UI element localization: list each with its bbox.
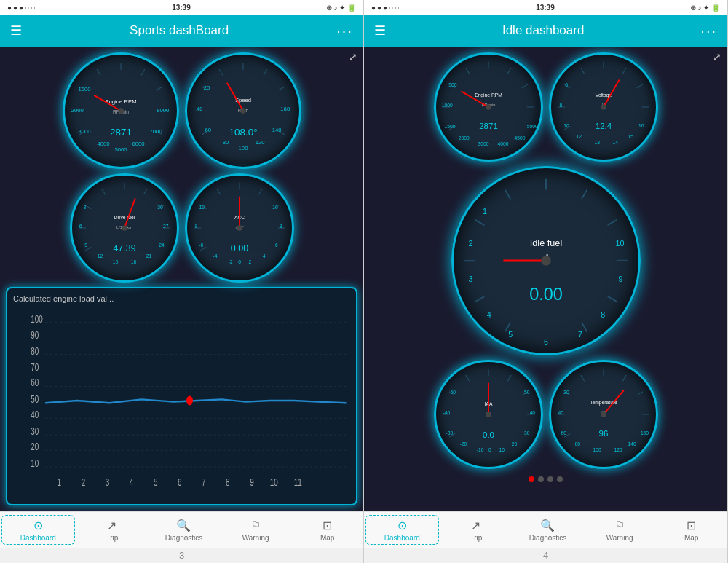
dashboard-icon-left: ⊙	[33, 519, 43, 532]
svg-text:7: 7	[577, 331, 582, 339]
svg-line-171	[581, 190, 586, 200]
svg-text:8: 8	[279, 224, 282, 229]
svg-text:6: 6	[79, 224, 82, 229]
svg-line-49	[143, 189, 147, 194]
svg-text:20: 20	[511, 441, 517, 446]
svg-text:6: 6	[544, 337, 548, 346]
svg-line-3	[97, 69, 100, 75]
svg-point-89	[237, 225, 242, 231]
svg-text:30: 30	[523, 430, 529, 436]
svg-text:6000: 6000	[132, 141, 144, 147]
idle-bottom-row: -50 -40 -30 -20 -10 0 10 20 30 40 50 IAA…	[370, 360, 721, 469]
svg-text:10: 10	[272, 205, 278, 210]
more-button-left[interactable]: ···	[336, 23, 353, 39]
tab-map-label-right: Map	[684, 534, 698, 542]
svg-text:-6: -6	[199, 243, 203, 248]
idle-fuel-gauge: 1 2 3 4 5 6 7 8 9 10 Idle fuel L/h	[451, 166, 641, 355]
status-bar-right: ●●●○○ 13:39 ⊕ ♪ ✦ 🔋	[364, 0, 727, 15]
svg-text:8000: 8000	[157, 107, 169, 114]
top-gauges-row: 1000 2000 3000 4000 5000 6000 7000 8000 …	[6, 52, 357, 169]
svg-text:9: 9	[618, 275, 622, 283]
svg-text:500: 500	[448, 82, 456, 87]
svg-line-44	[84, 247, 90, 251]
tab-map-right[interactable]: ⊡ Map	[655, 512, 727, 548]
page-dots-indicator	[370, 473, 721, 485]
svg-point-65	[122, 225, 127, 231]
svg-text:40: 40	[31, 409, 39, 421]
page-number-right: 4	[364, 548, 727, 563]
diagnostics-icon-right: 🔍	[540, 519, 555, 532]
svg-text:-10: -10	[197, 205, 205, 210]
tab-trip-left[interactable]: ↗ Trip	[76, 512, 149, 548]
svg-text:-20: -20	[459, 441, 467, 446]
svg-text:100: 100	[31, 313, 43, 325]
left-phone: ●●●○○ 13:39 ⊕ ♪ ✦ 🔋 ☰ Sports dashBoard ·…	[0, 0, 364, 563]
tab-dashboard-left[interactable]: ⊙ Dashboard	[1, 515, 75, 545]
svg-line-5	[141, 69, 144, 75]
tab-trip-right[interactable]: ↗ Trip	[440, 512, 513, 548]
svg-text:16: 16	[638, 123, 644, 128]
nav-bar-right: ☰ Idle dashboard ···	[364, 15, 727, 47]
svg-text:80: 80	[574, 441, 580, 446]
svg-text:4500: 4500	[514, 135, 525, 141]
tab-warning-left[interactable]: ⚐ Warning	[220, 512, 292, 548]
svg-line-6	[156, 87, 162, 90]
svg-text:7000: 7000	[149, 128, 162, 135]
svg-text:30: 30	[31, 425, 39, 437]
svg-line-166	[475, 296, 484, 302]
svg-text:0: 0	[238, 259, 241, 264]
svg-text:21: 21	[146, 253, 151, 259]
speed-gauge: 20 40 60 80 100 120 140 160 Speed km/h 1…	[185, 52, 301, 169]
svg-text:0: 0	[488, 447, 491, 452]
svg-text:140: 140	[628, 441, 636, 446]
svg-line-25	[219, 69, 223, 75]
tab-warning-right[interactable]: ⚐ Warning	[584, 512, 656, 548]
hamburger-menu-right[interactable]: ☰	[374, 23, 386, 39]
svg-text:80: 80	[222, 139, 229, 146]
svg-text:3: 3	[106, 476, 110, 488]
tab-diagnostics-right[interactable]: 🔍 Diagnostics	[512, 512, 584, 548]
page-number-left: 3	[0, 548, 363, 563]
more-button-right[interactable]: ···	[700, 23, 717, 39]
svg-text:2: 2	[468, 239, 472, 248]
svg-text:7: 7	[202, 476, 206, 488]
svg-text:-10: -10	[476, 447, 483, 452]
svg-text:0.0: 0.0	[482, 430, 494, 439]
svg-text:12.4: 12.4	[595, 122, 612, 130]
svg-text:10: 10	[31, 457, 39, 469]
svg-text:12: 12	[576, 134, 582, 139]
trip-icon-left: ↗	[107, 519, 116, 532]
svg-text:3000: 3000	[78, 128, 90, 135]
status-bar-left: ●●●○○ 13:39 ⊕ ♪ ✦ 🔋	[0, 0, 363, 15]
svg-text:3: 3	[468, 275, 472, 283]
tab-map-left[interactable]: ⊡ Map	[291, 512, 363, 548]
page-title-left: Sports dashBoard	[130, 23, 229, 38]
tab-dashboard-right[interactable]: ⊙ Dashboard	[365, 515, 439, 545]
status-icons-left: ⊕ ♪ ✦ 🔋	[326, 4, 356, 12]
signal-dots-left: ●●●○○	[7, 4, 36, 12]
svg-text:-4: -4	[213, 253, 217, 259]
tab-warning-label-right: Warning	[606, 534, 633, 542]
svg-text:1500: 1500	[444, 124, 455, 129]
svg-text:160: 160	[640, 430, 648, 436]
expand-icon-right[interactable]: ⤢	[713, 51, 721, 63]
tab-diagnostics-left[interactable]: 🔍 Diagnostics	[148, 512, 220, 548]
svg-text:5000: 5000	[114, 146, 127, 153]
svg-line-172	[607, 220, 617, 225]
svg-line-220	[636, 392, 642, 395]
svg-text:10: 10	[499, 447, 505, 452]
hamburger-menu-left[interactable]: ☰	[10, 23, 22, 39]
svg-text:6: 6	[178, 476, 182, 488]
svg-text:0.00: 0.00	[230, 243, 248, 253]
map-icon-left: ⊡	[323, 519, 332, 532]
chart-box: Calculated engine load val... 100 90 80 …	[6, 287, 357, 505]
svg-line-175	[581, 323, 586, 332]
svg-text:8: 8	[601, 310, 605, 319]
svg-text:13: 13	[594, 140, 600, 145]
dot-2	[538, 476, 544, 482]
expand-icon-left[interactable]: ⤢	[349, 51, 357, 63]
svg-text:1000: 1000	[78, 86, 90, 92]
svg-text:3000: 3000	[478, 141, 488, 146]
time-left: 13:39	[172, 4, 191, 12]
trip-icon-right: ↗	[471, 519, 480, 532]
